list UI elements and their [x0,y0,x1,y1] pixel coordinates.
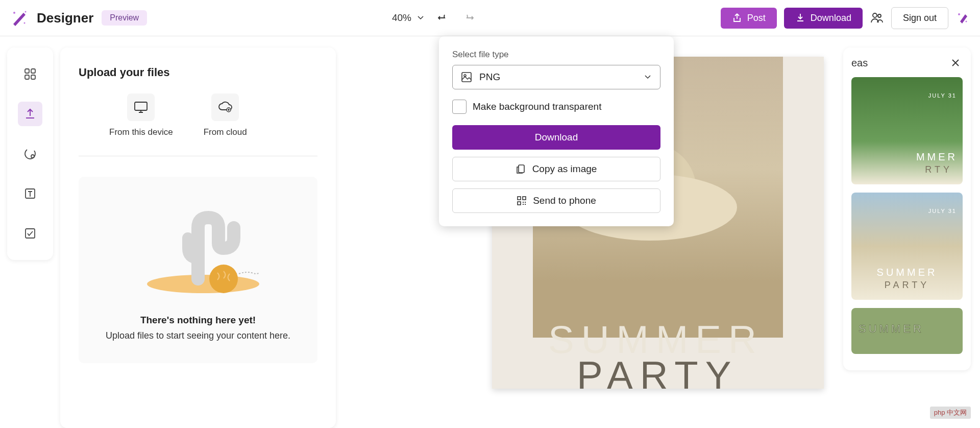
idea-subtitle: RTY [925,164,952,175]
undo-button[interactable] [436,11,450,25]
watermark: php 中文网 [930,407,971,419]
idea-card-2[interactable]: JULY 31 SUMMER PARTY [851,193,963,300]
preview-badge: Preview [102,10,147,26]
sign-out-button[interactable]: Sign out [891,7,948,29]
svg-point-6 [965,21,967,22]
people-icon[interactable] [870,11,884,25]
idea-date: JULY 31 [928,208,957,214]
sidebar-shapes[interactable] [18,221,42,246]
canvas-title-line2: PARTY [577,353,738,389]
idea-subtitle: PARTY [885,280,929,291]
zoom-control[interactable]: 40% [392,12,425,23]
cactus-illustration [132,197,264,299]
svg-point-0 [13,12,15,14]
share-icon [732,13,742,23]
chevron-down-icon [644,73,652,81]
svg-point-3 [873,13,877,17]
designer-logo-icon [10,9,29,27]
svg-rect-21 [518,197,521,200]
sidebar [7,47,53,260]
sparkle-icon[interactable] [955,11,970,25]
svg-point-1 [25,11,27,13]
post-button[interactable]: Post [721,8,777,29]
idea-title: MMER [916,151,958,163]
svg-rect-23 [518,202,521,205]
svg-point-5 [958,13,960,15]
download-popup: Select file type PNG Make background tra… [439,36,674,226]
idea-card-1[interactable]: JULY 31 MMER RTY [851,77,963,184]
upload-title: Upload your files [79,66,317,79]
idea-card-3[interactable]: SUMMER [851,308,963,354]
sidebar-images[interactable] [18,141,42,166]
idea-text: SUMMER [859,322,924,336]
svg-point-4 [878,14,881,17]
app-name: Designer [37,10,93,26]
ideas-title: eas [851,57,868,69]
svg-rect-8 [31,69,35,73]
close-ideas-button[interactable] [948,56,963,70]
image-icon [461,72,472,83]
svg-rect-26 [523,204,524,205]
send-to-phone-button[interactable]: Send to phone [452,188,660,213]
svg-rect-27 [525,204,526,205]
redo-button[interactable] [461,11,476,25]
idea-date: JULY 31 [928,92,957,99]
close-icon [951,58,960,67]
file-type-value: PNG [479,72,500,83]
svg-rect-20 [519,165,524,173]
svg-rect-14 [135,102,147,110]
upload-from-cloud[interactable]: From cloud [204,93,247,137]
idea-title: SUMMER [877,267,938,278]
svg-rect-7 [25,69,29,73]
upload-from-device[interactable]: From this device [109,93,173,137]
transparent-checkbox[interactable] [452,100,467,114]
transparent-label: Make background transparent [473,101,601,112]
file-type-select[interactable]: PNG [452,65,660,89]
zoom-value: 40% [392,12,411,23]
svg-point-11 [31,155,34,158]
svg-rect-9 [25,75,29,79]
svg-rect-10 [31,75,35,79]
transparent-checkbox-row[interactable]: Make background transparent [452,100,660,114]
svg-rect-25 [525,202,526,203]
svg-point-2 [24,22,26,24]
monitor-icon [133,100,149,115]
svg-rect-22 [523,197,526,200]
download-button-popup[interactable]: Download [452,125,660,150]
empty-description: Upload files to start seeing your conten… [106,329,290,343]
download-button-header[interactable]: Download [784,8,863,29]
sidebar-text[interactable] [18,181,42,206]
copy-icon [516,164,526,174]
chevron-down-icon [416,14,425,22]
upload-panel: Upload your files From this device From … [60,47,336,428]
empty-title: There's nothing here yet! [140,315,256,326]
copy-as-image-button[interactable]: Copy as image [452,157,660,181]
svg-rect-13 [26,229,35,238]
file-type-label: Select file type [452,50,660,60]
svg-point-17 [209,265,238,293]
svg-rect-24 [523,202,524,203]
download-icon [795,13,805,23]
qr-icon [517,196,527,206]
svg-rect-18 [462,73,471,82]
ideas-panel: eas JULY 31 MMER RTY JULY 31 SUMMER PART… [843,47,971,370]
sidebar-upload[interactable] [18,102,42,126]
sidebar-templates[interactable] [18,62,42,86]
cloud-upload-icon [217,100,233,115]
divider [79,156,317,156]
empty-state: There's nothing here yet! Upload files t… [79,177,317,363]
